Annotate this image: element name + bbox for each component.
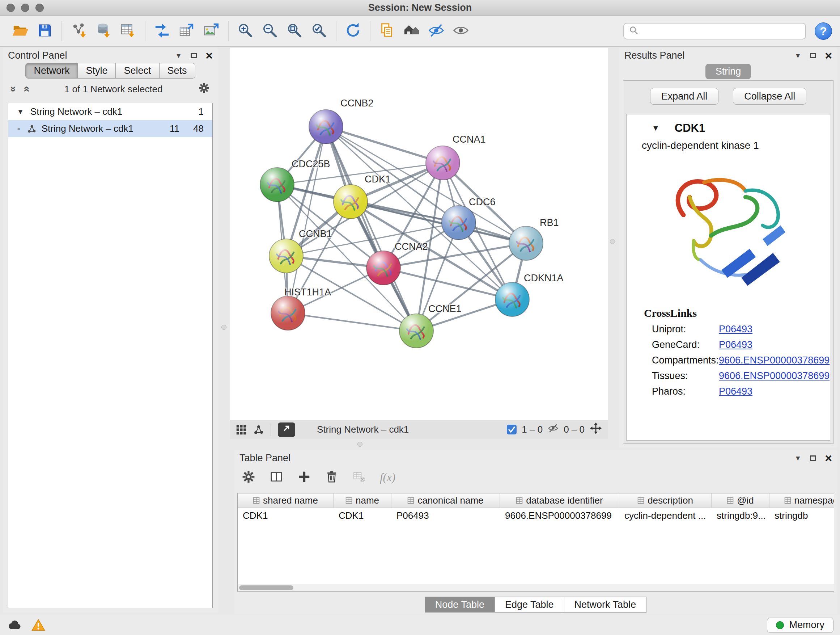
network-options-button[interactable] <box>198 82 210 96</box>
home-button[interactable] <box>401 19 422 43</box>
save-session-button[interactable] <box>34 19 55 43</box>
tab-network[interactable]: Network <box>25 63 78 79</box>
delete-column-button[interactable] <box>325 470 339 485</box>
network-node-CCNB2[interactable] <box>309 110 343 144</box>
network-edge[interactable] <box>326 127 443 163</box>
network-row-selected[interactable]: ● String Network – cdk1 11 48 <box>8 120 212 137</box>
table-cell-id[interactable]: stringdb:9... <box>712 510 769 521</box>
close-panel-button[interactable]: × <box>205 49 213 62</box>
crosslink-link[interactable]: P06493 <box>719 339 752 350</box>
birdseye-view-button[interactable] <box>278 423 295 437</box>
network-node-CCNA2[interactable] <box>366 251 401 285</box>
column-header-shared-name[interactable]: shared name <box>238 494 333 508</box>
network-node-CCNB1[interactable] <box>269 239 303 273</box>
tab-node-table[interactable]: Node Table <box>425 597 495 613</box>
collapse-all-icon[interactable]: » <box>8 86 19 92</box>
panel-menu-icon[interactable]: ▼ <box>794 52 801 59</box>
zoom-in-button[interactable] <box>235 19 256 43</box>
add-column-button[interactable] <box>297 470 311 485</box>
table-cell-canonical-name[interactable]: P06493 <box>392 510 500 521</box>
crosslink-link[interactable]: P06493 <box>719 324 752 335</box>
network-canvas[interactable]: CCNB2CCNA1CDC25BCDK1CDC6RB1CCNB1CCNA2CDK… <box>230 48 608 420</box>
toolbar-search[interactable] <box>623 23 806 40</box>
pan-crosshair-button[interactable] <box>590 422 602 437</box>
scrollbar-thumb[interactable] <box>239 585 294 590</box>
splitter-handle-right[interactable] <box>610 239 615 244</box>
network-edge[interactable] <box>288 313 416 331</box>
zoom-selected-button[interactable] <box>309 19 330 43</box>
collapse-gene-icon[interactable]: ▼ <box>652 124 660 133</box>
selected-indicator-checkbox[interactable] <box>507 424 516 434</box>
network-node-HIST1H1A[interactable] <box>271 296 305 330</box>
column-header-id[interactable]: @id <box>712 494 769 508</box>
table-cell-database-identifier[interactable]: 9606.ENSP00000378699 <box>500 510 619 521</box>
help-button[interactable]: ? <box>815 22 832 40</box>
minimize-window-button[interactable] <box>21 4 29 12</box>
table-cell-namespac[interactable]: stringdb <box>769 510 834 521</box>
show-columns-button[interactable] <box>269 470 284 486</box>
float-panel-button[interactable] <box>191 53 197 58</box>
network-view-button[interactable] <box>253 424 264 435</box>
panel-menu-icon[interactable]: ▼ <box>175 52 182 59</box>
tab-select[interactable]: Select <box>115 63 159 79</box>
horizontal-scrollbar[interactable] <box>238 584 834 591</box>
float-panel-button[interactable] <box>810 53 816 58</box>
network-node-CCNA1[interactable] <box>426 146 460 180</box>
table-cell-description[interactable]: cyclin-dependent ... <box>619 510 712 521</box>
network-node-RB1[interactable] <box>509 226 543 260</box>
network-collection-row[interactable]: ▼ String Network – cdk1 1 <box>8 103 212 120</box>
float-panel-button[interactable] <box>810 455 816 461</box>
splitter-handle-horizontal[interactable] <box>357 442 363 447</box>
import-network-database-button[interactable] <box>93 19 114 43</box>
open-publications-button[interactable] <box>377 19 398 43</box>
column-header-canonical-name[interactable]: canonical name <box>392 494 500 508</box>
collapse-icon[interactable]: ▼ <box>17 108 24 116</box>
apply-layout-button[interactable] <box>343 19 363 43</box>
network-node-CDKN1A[interactable] <box>495 282 529 317</box>
show-all-button[interactable] <box>450 19 471 43</box>
export-image-button[interactable] <box>201 19 222 43</box>
collapse-all-button[interactable]: Collapse All <box>733 88 806 105</box>
column-header-database-identifier[interactable]: database identifier <box>500 494 619 508</box>
import-table-button[interactable] <box>118 19 139 43</box>
network-node-CDC6[interactable] <box>442 206 476 240</box>
panel-menu-icon[interactable]: ▼ <box>794 455 801 462</box>
tab-sets[interactable]: Sets <box>159 63 195 79</box>
tab-style[interactable]: Style <box>77 63 116 79</box>
zoom-out-button[interactable] <box>259 19 280 43</box>
crosslink-link[interactable]: P06493 <box>719 386 752 397</box>
export-table-button[interactable] <box>176 19 197 43</box>
table-row[interactable]: CDK1CDK1P064939606.ENSP00000378699cyclin… <box>238 508 834 523</box>
close-panel-button[interactable]: × <box>825 49 832 62</box>
crosslink-link[interactable]: 9606.ENSP00000378699 <box>719 371 829 382</box>
column-header-description[interactable]: description <box>619 494 712 508</box>
cloud-status-button[interactable] <box>6 618 22 633</box>
column-header-name[interactable]: name <box>333 494 392 508</box>
warnings-button[interactable] <box>31 618 46 632</box>
search-input[interactable] <box>642 26 800 37</box>
table-settings-button[interactable] <box>242 470 256 485</box>
table-cell-name[interactable]: CDK1 <box>333 510 392 521</box>
zoom-window-button[interactable] <box>35 4 44 12</box>
function-builder-button[interactable]: f(x) <box>380 471 395 484</box>
tab-network-table[interactable]: Network Table <box>564 597 647 613</box>
network-edge[interactable] <box>288 127 326 313</box>
splitter-handle-left[interactable] <box>221 325 226 330</box>
open-session-button[interactable] <box>10 19 31 43</box>
network-edge[interactable] <box>326 127 526 243</box>
memory-button[interactable]: Memory <box>767 618 834 633</box>
grid-view-button[interactable] <box>236 424 247 435</box>
network-edge[interactable] <box>326 127 416 331</box>
expand-all-icon[interactable]: » <box>20 86 31 92</box>
network-node-CCNE1[interactable] <box>399 314 433 348</box>
network-node-CDK1[interactable] <box>333 185 368 219</box>
column-header-namespac[interactable]: namespac <box>769 494 834 508</box>
import-network-file-button[interactable] <box>68 19 89 43</box>
crosslink-link[interactable]: 9606.ENSP00000378699 <box>719 355 829 366</box>
table-cell-shared-name[interactable]: CDK1 <box>238 510 333 521</box>
zoom-fit-button[interactable] <box>284 19 305 43</box>
hide-selected-button[interactable] <box>426 19 447 43</box>
tab-edge-table[interactable]: Edge Table <box>494 597 564 613</box>
new-network-from-selection-button[interactable] <box>152 19 172 43</box>
tab-string[interactable]: String <box>706 64 752 79</box>
